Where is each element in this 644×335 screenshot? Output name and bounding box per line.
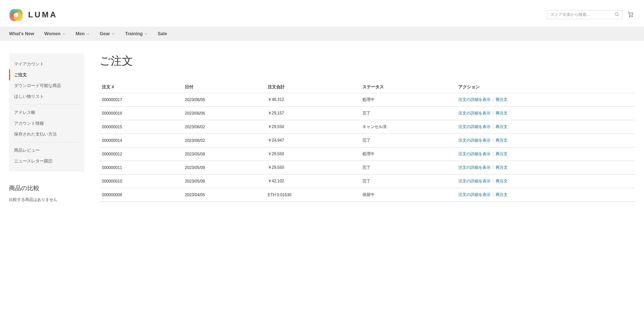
order-id-cell: 000000011 xyxy=(99,161,182,175)
chevron-down-icon xyxy=(112,32,115,36)
luma-logo-icon xyxy=(9,8,23,22)
sidebar-item[interactable]: ニュースレター購読 xyxy=(9,156,84,166)
search-icon xyxy=(614,12,619,17)
th-actions: アクション xyxy=(456,81,635,93)
view-order-link[interactable]: 注文の詳細を表示 xyxy=(458,111,491,115)
reorder-link[interactable]: 再注文 xyxy=(496,138,508,142)
th-status: ステータス xyxy=(360,81,456,93)
order-total-cell: ￥29,550 xyxy=(265,161,360,175)
th-order-no: 注文 # xyxy=(99,81,182,93)
sidebar-item[interactable]: ご注文 xyxy=(9,69,84,80)
order-id-cell: 000000016 xyxy=(99,107,182,120)
view-order-link[interactable]: 注文の詳細を表示 xyxy=(458,165,491,170)
nav-item-label: Training xyxy=(125,31,143,36)
table-row: 0000000172023/06/06￥46,312処理中注文の詳細を表示|再注… xyxy=(99,93,635,107)
order-status-cell: 完了 xyxy=(360,107,456,120)
cart-button[interactable] xyxy=(626,10,635,19)
order-actions-cell: 注文の詳細を表示|再注文 xyxy=(456,175,635,188)
nav-item-men[interactable]: Men xyxy=(76,27,90,41)
table-header-row: 注文 # 日付 注文合計 ステータス アクション xyxy=(99,81,635,93)
action-separator: | xyxy=(493,152,494,156)
action-separator: | xyxy=(493,111,494,115)
order-id-cell: 000000012 xyxy=(99,147,182,161)
sidebar-item[interactable]: ほしい物リスト xyxy=(9,91,84,102)
order-date-cell: 2023/06/06 xyxy=(182,93,265,107)
svg-point-4 xyxy=(14,13,18,17)
table-row: 0000000152023/06/02￥29,550キャンセル済注文の詳細を表示… xyxy=(99,120,635,134)
table-row: 0000000162023/06/06￥29,157完了注文の詳細を表示|再注文 xyxy=(99,107,635,120)
order-date-cell: 2023/06/02 xyxy=(182,120,265,134)
order-date-cell: 2023/05/08 xyxy=(182,175,265,188)
action-separator: | xyxy=(493,124,494,129)
order-status-cell: 保留中 xyxy=(360,188,456,202)
order-status-cell: 完了 xyxy=(360,134,456,147)
sidebar-item[interactable]: ダウンロード可能な商品 xyxy=(9,80,84,91)
compare-empty-text: 比較する商品はありません xyxy=(9,197,84,202)
chevron-down-icon xyxy=(144,32,148,36)
sidebar-item[interactable]: マイアカウント xyxy=(9,59,84,69)
nav-item-label: What's New xyxy=(9,31,34,36)
order-id-cell: 000000008 xyxy=(99,188,182,202)
nav-item-training[interactable]: Training xyxy=(125,27,148,41)
action-separator: | xyxy=(493,97,494,102)
order-total-cell: ￥29,157 xyxy=(265,107,360,120)
sidebar-divider xyxy=(14,104,79,105)
order-actions-cell: 注文の詳細を表示|再注文 xyxy=(456,93,635,107)
table-row: 0000000102023/05/08￥42,102完了注文の詳細を表示|再注文 xyxy=(99,175,635,188)
view-order-link[interactable]: 注文の詳細を表示 xyxy=(458,152,491,156)
reorder-link[interactable]: 再注文 xyxy=(496,165,508,170)
order-date-cell: 2023/04/05 xyxy=(182,188,265,202)
order-status-cell: 完了 xyxy=(360,161,456,175)
order-status-cell: キャンセル済 xyxy=(360,120,456,134)
view-order-link[interactable]: 注文の詳細を表示 xyxy=(458,192,491,197)
view-order-link[interactable]: 注文の詳細を表示 xyxy=(458,97,491,102)
search-button[interactable] xyxy=(613,11,620,19)
order-id-cell: 000000010 xyxy=(99,175,182,188)
nav-item-what-s-new[interactable]: What's New xyxy=(9,27,34,41)
cart-icon xyxy=(627,11,634,18)
compare-section: 商品の比較 比較する商品はありません xyxy=(9,184,84,202)
nav-bar: What's NewWomenMenGearTrainingSale xyxy=(0,27,644,41)
search-input[interactable] xyxy=(547,10,622,19)
sidebar-divider xyxy=(14,142,79,142)
svg-point-5 xyxy=(615,13,618,16)
main-content: マイアカウントご注文ダウンロード可能な商品ほしい物リストアドレス帳アカウント情報… xyxy=(0,41,644,215)
chevron-down-icon xyxy=(86,32,90,36)
order-actions-cell: 注文の詳細を表示|再注文 xyxy=(456,120,635,134)
reorder-link[interactable]: 再注文 xyxy=(496,192,508,197)
action-separator: | xyxy=(493,138,494,142)
reorder-link[interactable]: 再注文 xyxy=(496,97,508,102)
nav-item-sale[interactable]: Sale xyxy=(158,27,167,41)
header-right xyxy=(547,10,635,19)
order-total-cell: ￥46,312 xyxy=(265,93,360,107)
th-date: 日付 xyxy=(182,81,265,93)
table-row: 0000000122023/05/08￥29,550処理中注文の詳細を表示|再注… xyxy=(99,147,635,161)
reorder-link[interactable]: 再注文 xyxy=(496,179,508,183)
reorder-link[interactable]: 再注文 xyxy=(496,124,508,129)
nav-item-label: Gear xyxy=(100,31,110,36)
svg-point-8 xyxy=(632,16,632,17)
nav-item-gear[interactable]: Gear xyxy=(100,27,115,41)
order-status-cell: 処理中 xyxy=(360,93,456,107)
view-order-link[interactable]: 注文の詳細を表示 xyxy=(458,138,491,142)
table-row: 0000000112023/05/08￥29,550完了注文の詳細を表示|再注文 xyxy=(99,161,635,175)
sidebar-item[interactable]: 保存された支払い方法 xyxy=(9,129,84,140)
sidebar-item[interactable]: アカウント情報 xyxy=(9,118,84,129)
order-actions-cell: 注文の詳細を表示|再注文 xyxy=(456,107,635,120)
order-id-cell: 000000014 xyxy=(99,134,182,147)
chevron-down-icon xyxy=(62,32,66,36)
order-total-cell: ￥24,947 xyxy=(265,134,360,147)
nav-item-label: Men xyxy=(76,31,85,36)
nav-item-women[interactable]: Women xyxy=(44,27,66,41)
reorder-link[interactable]: 再注文 xyxy=(496,152,508,156)
logo-section[interactable]: LUMA xyxy=(9,8,57,22)
order-total-cell: ￥29,550 xyxy=(265,120,360,134)
action-separator: | xyxy=(493,165,494,170)
svg-point-7 xyxy=(629,16,630,17)
sidebar-item[interactable]: 商品レビュー xyxy=(9,145,84,156)
order-date-cell: 2023/06/02 xyxy=(182,134,265,147)
sidebar-item[interactable]: アドレス帳 xyxy=(9,107,84,118)
view-order-link[interactable]: 注文の詳細を表示 xyxy=(458,124,491,129)
reorder-link[interactable]: 再注文 xyxy=(496,111,508,115)
view-order-link[interactable]: 注文の詳細を表示 xyxy=(458,179,491,183)
